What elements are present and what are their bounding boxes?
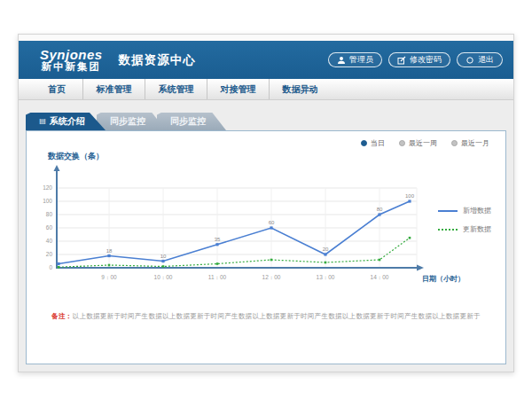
nav-item-interface-mgmt[interactable]: 对接管理 (207, 79, 269, 99)
svg-text:0: 0 (49, 264, 52, 270)
svg-text:18: 18 (106, 248, 113, 254)
svg-text:80: 80 (377, 207, 383, 212)
svg-text:日期（小时）: 日期（小时） (422, 275, 465, 283)
nav-item-system-mgmt[interactable]: 系统管理 (145, 79, 207, 99)
change-password-label: 修改密码 (410, 54, 442, 66)
person-icon (337, 56, 346, 65)
legend-item-new-data: 新增数据 (438, 206, 491, 215)
svg-text:60: 60 (269, 220, 275, 225)
tab-strip: ▤ 系统介绍 同步监控 同步监控 (26, 113, 226, 130)
nav-item-standard-mgmt[interactable]: 标准管理 (82, 79, 145, 99)
period-option-today-label: 当日 (371, 138, 385, 148)
svg-text:60: 60 (46, 224, 53, 231)
footnote-text: 以上数据更新于时间产生数据以上数据更新于时间产生数据以上数据更新于时间产生数据以… (73, 312, 481, 320)
dotted-line-swatch-icon (438, 229, 458, 231)
main-nav: 首页 标准管理 系统管理 对接管理 数据异动 (19, 79, 513, 100)
legend-item-updated-data: 更新数据 (438, 224, 491, 234)
svg-text:10：00: 10：00 (154, 274, 173, 280)
legend-updated-data-label: 更新数据 (463, 224, 491, 234)
svg-text:20: 20 (323, 246, 329, 252)
admin-button-label: 管理员 (349, 54, 373, 66)
app-window: Synjones 新中新集团 数据资源中心 管理员 修改密码 退出 (18, 34, 514, 372)
footnote: 备注：以上数据更新于时间产生数据以上数据更新于时间产生数据以上数据更新于时间产生… (35, 312, 497, 321)
nav-item-home[interactable]: 首页 (31, 79, 82, 99)
svg-text:9：00: 9：00 (101, 274, 117, 280)
radio-unselected-icon (451, 140, 458, 146)
logo-company-text: 新中新集团 (40, 61, 103, 72)
content-panel: 当日 最近一周 最近一月 数据交换（条） 0204060801001209：00… (26, 130, 506, 364)
tab-system-intro-label: 系统介绍 (50, 115, 85, 128)
solid-line-swatch-icon (438, 210, 458, 212)
footnote-prefix: 备注： (51, 312, 72, 320)
page-title: 数据资源中心 (119, 52, 196, 68)
tab-system-intro[interactable]: ▤ 系统介绍 (26, 113, 106, 130)
svg-text:100: 100 (405, 193, 415, 199)
svg-text:20: 20 (46, 251, 53, 257)
period-filter-group: 当日 最近一周 最近一月 (361, 138, 489, 148)
svg-text:13：00: 13：00 (317, 274, 335, 280)
logout-label: 退出 (478, 54, 494, 66)
logout-button[interactable]: 退出 (457, 52, 503, 67)
svg-text:80: 80 (46, 211, 53, 217)
logo-brand-text: Synjones (40, 48, 103, 62)
nav-item-data-change[interactable]: 数据异动 (269, 79, 331, 99)
svg-text:35: 35 (215, 237, 221, 242)
tab-sync-monitor-1-label: 同步监控 (110, 115, 145, 128)
svg-text:40: 40 (46, 238, 53, 244)
period-option-today[interactable]: 当日 (361, 138, 385, 148)
chart-y-axis-title: 数据交换（条） (48, 151, 104, 162)
svg-text:10: 10 (160, 254, 167, 259)
radio-selected-icon (361, 140, 367, 146)
power-icon (466, 56, 474, 65)
tab-sync-monitor-1[interactable]: 同步监控 (97, 113, 166, 130)
svg-text:100: 100 (43, 198, 52, 204)
period-option-last-week[interactable]: 最近一周 (399, 138, 437, 148)
tab-sync-monitor-2-label: 同步监控 (170, 115, 206, 128)
period-option-last-month-label: 最近一月 (461, 138, 489, 148)
legend-new-data-label: 新增数据 (463, 206, 491, 215)
edit-icon (397, 56, 406, 65)
admin-button[interactable]: 管理员 (328, 52, 382, 67)
svg-text:12：00: 12：00 (262, 274, 281, 280)
document-icon: ▤ (39, 118, 46, 125)
app-header: Synjones 新中新集团 数据资源中心 管理员 修改密码 退出 (19, 41, 513, 79)
logo: Synjones 新中新集团 (40, 48, 103, 73)
chart-legend: 新增数据 更新数据 (438, 206, 491, 234)
line-chart: 0204060801001209：0010：0011：0012：0013：001… (27, 163, 505, 296)
radio-unselected-icon (399, 140, 405, 146)
tab-sync-monitor-2[interactable]: 同步监控 (157, 113, 226, 130)
svg-text:11：00: 11：00 (208, 274, 227, 280)
period-option-last-month[interactable]: 最近一月 (451, 138, 489, 148)
header-actions: 管理员 修改密码 退出 (328, 52, 503, 67)
svg-text:120: 120 (43, 184, 52, 191)
change-password-button[interactable]: 修改密码 (388, 52, 450, 67)
window-top-strip (19, 35, 513, 41)
period-option-last-week-label: 最近一周 (409, 138, 437, 148)
svg-text:14：00: 14：00 (371, 274, 389, 280)
